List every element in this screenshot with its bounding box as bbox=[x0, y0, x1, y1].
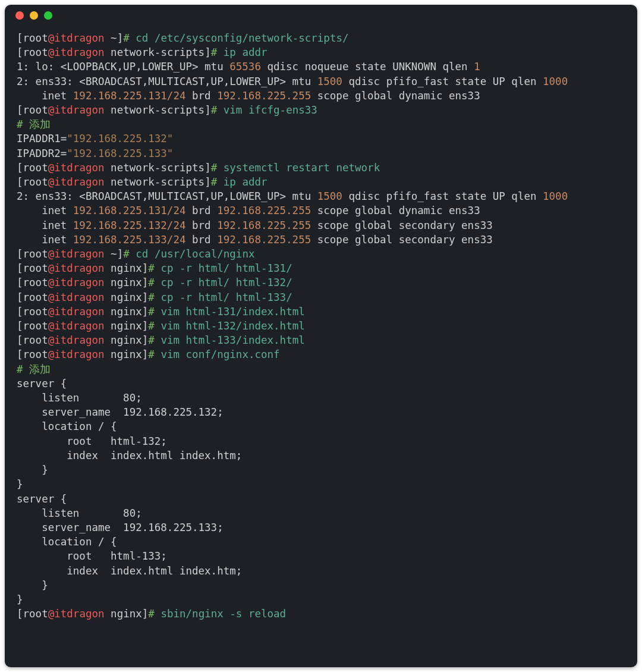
command: vim html-133/index.html bbox=[160, 334, 304, 346]
nginx-config-block: server { listen 80; server_name 192.168.… bbox=[17, 378, 242, 605]
config-key: IPADDR1= bbox=[17, 133, 67, 145]
close-icon[interactable] bbox=[15, 11, 24, 20]
command: cd /etc/sysconfig/network-scripts/ bbox=[136, 32, 348, 44]
window-titlebar bbox=[5, 5, 637, 26]
command: systemctl restart network bbox=[224, 162, 380, 174]
command: cp -r html/ html-132/ bbox=[160, 277, 292, 288]
command: sbin/nginx -s reload bbox=[160, 608, 286, 620]
prompt-host: itdragon bbox=[54, 32, 104, 44]
command: vim html-132/index.html bbox=[160, 320, 304, 332]
comment: # 添加 bbox=[17, 363, 51, 375]
command: vim conf/nginx.conf bbox=[160, 348, 279, 360]
minimize-icon[interactable] bbox=[30, 11, 38, 20]
command: vim html-131/index.html bbox=[160, 306, 304, 318]
command: cp -r html/ html-131/ bbox=[160, 262, 292, 274]
command: cp -r html/ html-133/ bbox=[160, 291, 292, 303]
comment: # 添加 bbox=[17, 118, 51, 130]
terminal-window: [root@itdragon ~]# cd /etc/sysconfig/net… bbox=[5, 5, 637, 667]
command: ip addr bbox=[224, 46, 268, 58]
output-line: 1: lo: <LOOPBACK,UP,LOWER_UP> mtu bbox=[17, 61, 229, 73]
terminal-output[interactable]: [root@itdragon ~]# cd /etc/sysconfig/net… bbox=[5, 26, 637, 633]
prompt-dir bbox=[105, 32, 111, 44]
config-value: "192.168.225.132" bbox=[67, 133, 173, 145]
prompt-user: root bbox=[23, 32, 48, 44]
prompt-at: @ bbox=[48, 32, 55, 44]
command: ip addr bbox=[224, 176, 268, 188]
command: vim ifcfg-ens33 bbox=[224, 104, 317, 116]
maximize-icon[interactable] bbox=[44, 11, 52, 20]
prompt-hash: # bbox=[123, 32, 130, 44]
prompt-bracket: [ bbox=[17, 32, 23, 44]
command: cd /usr/local/nginx bbox=[136, 248, 254, 260]
